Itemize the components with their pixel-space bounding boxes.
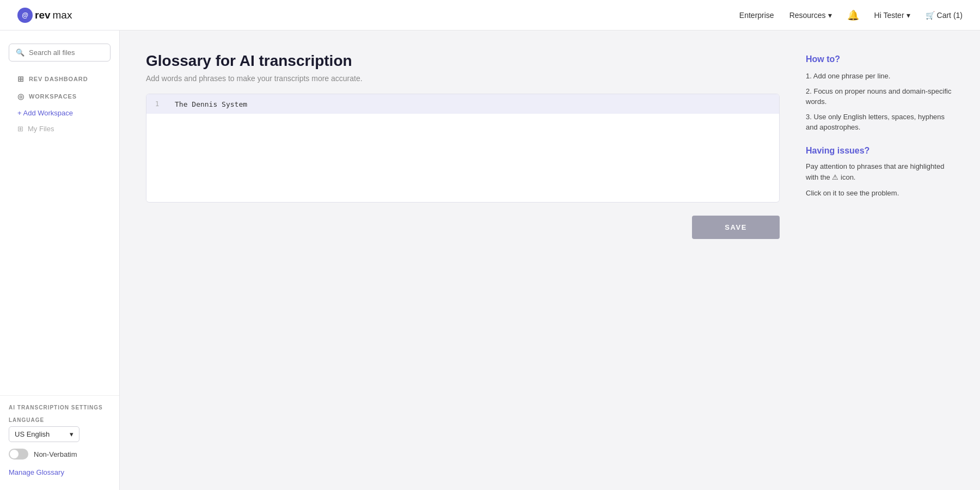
cart-link[interactable]: 🛒 Cart (1) — [926, 11, 963, 20]
main-left: Glossary for AI transcription Add words … — [146, 52, 780, 468]
non-verbatim-toggle[interactable] — [9, 449, 28, 460]
sidebar-item-my-files[interactable]: ⊞ My Files — [9, 121, 111, 137]
glossary-line-1: 1 The Dennis System — [146, 94, 779, 114]
logo-max: max — [53, 9, 72, 21]
manage-glossary-link[interactable]: Manage Glossary — [9, 468, 64, 476]
non-verbatim-toggle-row: Non-Verbatim — [9, 449, 111, 460]
search-icon: 🔍 — [16, 48, 24, 57]
sidebar: 🔍 ⊞ REV DASHBOARD ◎ WORKSPACES + Add Wor… — [0, 30, 120, 490]
issues-text-1: Pay attention to phrases that are highli… — [806, 161, 958, 184]
sidebar-top: 🔍 ⊞ REV DASHBOARD ◎ WORKSPACES + Add Wor… — [0, 44, 119, 145]
logo-rev: rev — [35, 9, 51, 21]
howto-step-2: 2. Focus on proper nouns and domain-spec… — [806, 86, 958, 107]
sidebar-bottom: AI TRANSCRIPTION SETTINGS LANGUAGE US En… — [0, 395, 119, 477]
logo: @ rev max — [17, 8, 72, 23]
search-input[interactable] — [29, 48, 103, 57]
main-content: Glossary for AI transcription Add words … — [120, 30, 980, 490]
page-title: Glossary for AI transcription — [146, 52, 780, 70]
sidebar-item-add-workspace[interactable]: + Add Workspace — [9, 105, 111, 121]
enterprise-link[interactable]: Enterprise — [739, 11, 774, 20]
page-subtitle: Add words and phrases to make your trans… — [146, 74, 780, 83]
language-label: LANGUAGE — [9, 417, 111, 423]
issues-text-2: Click on it to see the problem. — [806, 188, 958, 199]
workspaces-section-title: ◎ WORKSPACES — [9, 92, 111, 101]
topnav: @ rev max Enterprise Resources ▾ 🔔 Hi Te… — [0, 0, 980, 30]
glossary-editor[interactable]: 1 The Dennis System — [146, 94, 780, 203]
logo-icon: @ — [17, 8, 33, 23]
help-panel: How to? 1. Add one phrase per line. 2. F… — [806, 52, 958, 468]
notification-bell[interactable]: 🔔 — [847, 9, 859, 21]
resources-link[interactable]: Resources ▾ — [789, 11, 832, 20]
howto-list: 1. Add one phrase per line. 2. Focus on … — [806, 71, 958, 133]
user-menu[interactable]: Hi Tester ▾ — [874, 11, 910, 20]
search-box[interactable]: 🔍 — [9, 44, 111, 62]
line-number-1: 1 — [155, 100, 166, 108]
dashboard-section-title: ⊞ REV DASHBOARD — [9, 75, 111, 83]
ai-settings-title: AI TRANSCRIPTION SETTINGS — [9, 405, 111, 411]
non-verbatim-label: Non-Verbatim — [34, 450, 77, 458]
nav-right: Enterprise Resources ▾ 🔔 Hi Tester ▾ 🛒 C… — [739, 9, 963, 21]
issues-title: Having issues? — [806, 146, 958, 156]
howto-step-1: 1. Add one phrase per line. — [806, 71, 958, 82]
language-select[interactable]: US English ▾ — [9, 426, 79, 442]
sidebar-section-dashboard: ⊞ REV DASHBOARD — [9, 75, 111, 83]
line-text-1: The Dennis System — [175, 100, 247, 108]
save-btn-container: SAVE — [146, 216, 780, 239]
howto-step-3: 3. Use only English letters, spaces, hyp… — [806, 112, 958, 133]
layout: 🔍 ⊞ REV DASHBOARD ◎ WORKSPACES + Add Wor… — [0, 30, 980, 490]
sidebar-section-workspaces: ◎ WORKSPACES + Add Workspace ⊞ My Files — [9, 92, 111, 137]
save-button[interactable]: SAVE — [692, 216, 780, 239]
howto-title: How to? — [806, 54, 958, 64]
glossary-empty-area[interactable] — [146, 114, 779, 201]
